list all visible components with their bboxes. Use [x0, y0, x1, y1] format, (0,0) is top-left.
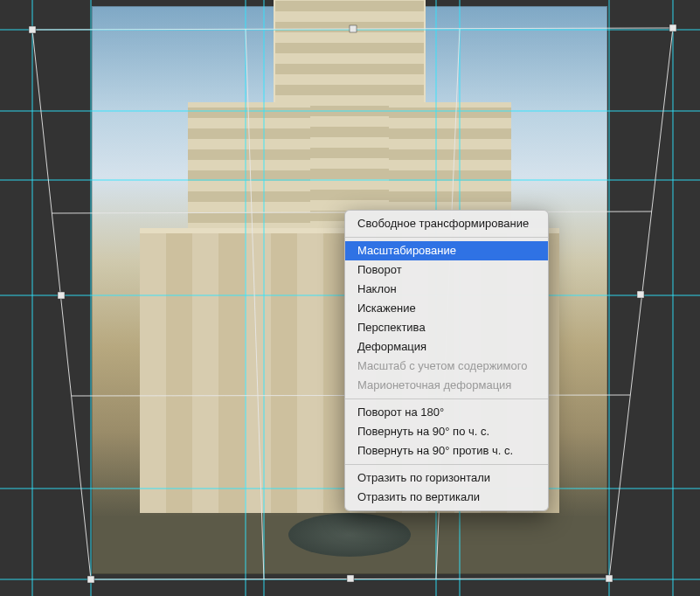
- menu-item-rotate[interactable]: Поворот: [345, 260, 548, 280]
- menu-item-free-transform[interactable]: Свободное трансформирование: [345, 214, 548, 233]
- menu-item-scale[interactable]: Масштабирование: [345, 241, 548, 260]
- menu-separator: [345, 464, 548, 465]
- handle-top-right[interactable]: [669, 24, 676, 31]
- handle-mid-right[interactable]: [637, 291, 644, 298]
- handle-mid-left[interactable]: [58, 292, 65, 299]
- menu-item-skew[interactable]: Наклон: [345, 280, 548, 299]
- menu-item-distort[interactable]: Искажение: [345, 299, 548, 318]
- menu-separator: [345, 398, 548, 399]
- handle-top-mid[interactable]: [350, 25, 357, 32]
- menu-item-content-aware-scale: Масштаб с учетом содержимого: [345, 357, 548, 376]
- handle-bottom-left[interactable]: [87, 576, 94, 583]
- handle-top-left[interactable]: [29, 26, 36, 33]
- menu-separator: [345, 237, 548, 238]
- menu-item-rotate-cw[interactable]: Повернуть на 90° по ч. с.: [345, 422, 548, 441]
- menu-item-puppet-warp: Марионеточная деформация: [345, 376, 548, 395]
- menu-item-rotate-ccw[interactable]: Повернуть на 90° против ч. с.: [345, 441, 548, 461]
- handle-bottom-right[interactable]: [606, 575, 613, 582]
- menu-item-flip-v[interactable]: Отразить по вертикали: [345, 488, 548, 507]
- menu-item-flip-h[interactable]: Отразить по горизонтали: [345, 468, 548, 488]
- menu-item-warp[interactable]: Деформация: [345, 337, 548, 357]
- menu-item-rotate-180[interactable]: Поворот на 180°: [345, 403, 548, 422]
- menu-item-perspective[interactable]: Перспектива: [345, 318, 548, 337]
- editor-canvas[interactable]: Свободное трансформированиеМасштабирован…: [0, 0, 700, 596]
- transform-context-menu[interactable]: Свободное трансформированиеМасштабирован…: [344, 210, 549, 511]
- handle-bottom-mid[interactable]: [347, 575, 354, 582]
